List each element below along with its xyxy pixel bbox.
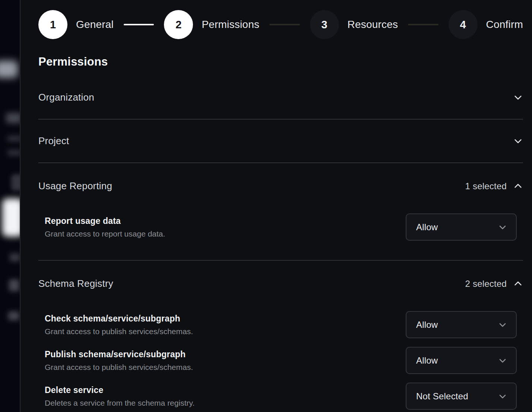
- select-value: Allow: [416, 320, 438, 330]
- section-usage-reporting-body: Report usage data Grant access to report…: [38, 213, 523, 261]
- step-general-label: General: [76, 19, 114, 31]
- delete-service-select[interactable]: Not Selected: [406, 383, 517, 410]
- step-confirm-number: 4: [449, 10, 478, 39]
- permission-row-publish-schema: Publish schema/service/subgraph Grant ac…: [38, 347, 523, 374]
- sidebar-blur-blob: [0, 61, 18, 78]
- chevron-down-icon: [498, 356, 507, 365]
- permission-title: Report usage data: [45, 216, 165, 226]
- select-value: Allow: [416, 222, 438, 232]
- section-organization[interactable]: Organization: [38, 76, 523, 120]
- sidebar-blur-selected-item: [2, 199, 20, 237]
- step-confirm-label: Confirm: [486, 19, 523, 31]
- section-usage-reporting-summary: 1 selected: [465, 181, 523, 191]
- chevron-down-icon: [498, 320, 507, 329]
- permission-sections: Organization Project Usage Reporting 1 s…: [38, 76, 523, 410]
- step-confirm[interactable]: 4 Confirm: [449, 10, 523, 39]
- select-value: Not Selected: [416, 391, 468, 402]
- wizard-panel: 1 General 2 Permissions 3 Resources 4 Co…: [21, 0, 532, 412]
- report-usage-data-select[interactable]: Allow: [406, 213, 517, 241]
- chevron-up-icon: [513, 181, 523, 191]
- chevron-down-icon: [498, 223, 507, 232]
- section-schema-registry-body: Check schema/service/subgraph Grant acce…: [38, 311, 523, 410]
- section-schema-registry-title: Schema Registry: [38, 278, 113, 289]
- step-permissions[interactable]: 2 Permissions: [164, 10, 259, 39]
- sidebar-blur-blob: [6, 113, 20, 123]
- step-permissions-number: 2: [164, 10, 193, 39]
- sidebar-blur-icon: [11, 174, 20, 191]
- permissions-wizard-page: { "stepper": { "steps": [ { "number": "1…: [0, 0, 532, 412]
- permission-text: Check schema/service/subgraph Grant acce…: [45, 313, 193, 336]
- permission-title: Delete service: [45, 385, 194, 395]
- section-schema-registry-summary: 2 selected: [465, 279, 523, 289]
- sidebar-blur-blob: [8, 311, 19, 320]
- step-permissions-label: Permissions: [202, 19, 259, 31]
- publish-schema-select[interactable]: Allow: [406, 347, 517, 374]
- sidebar-blur-blob: [10, 253, 20, 262]
- chevron-up-icon: [513, 279, 523, 289]
- sidebar-blur-blob: [7, 136, 20, 142]
- section-usage-reporting[interactable]: Usage Reporting 1 selected: [38, 163, 523, 201]
- step-general[interactable]: 1 General: [38, 10, 114, 39]
- step-general-number: 1: [38, 10, 67, 39]
- step-connector: [124, 24, 154, 25]
- section-project[interactable]: Project: [38, 120, 523, 163]
- background-sidebar: [0, 0, 20, 412]
- permission-row-report-usage-data: Report usage data Grant access to report…: [38, 213, 523, 241]
- page-title: Permissions: [38, 55, 523, 69]
- permission-description: Grant access to report usage data.: [45, 229, 165, 238]
- step-connector: [408, 24, 438, 25]
- chevron-down-icon: [513, 92, 523, 102]
- section-schema-registry[interactable]: Schema Registry 2 selected: [38, 261, 523, 298]
- select-value: Allow: [416, 355, 438, 366]
- permission-description: Deletes a service from the schema regist…: [45, 398, 194, 408]
- permission-title: Publish schema/service/subgraph: [45, 349, 193, 359]
- selected-count: 1 selected: [465, 181, 507, 191]
- section-usage-reporting-title: Usage Reporting: [38, 180, 112, 192]
- permission-row-check-schema: Check schema/service/subgraph Grant acce…: [38, 311, 523, 338]
- permission-text: Report usage data Grant access to report…: [45, 216, 165, 238]
- permission-text: Delete service Deletes a service from th…: [45, 385, 194, 408]
- sidebar-blur-blob: [9, 279, 19, 291]
- check-schema-select[interactable]: Allow: [406, 311, 517, 338]
- step-connector: [269, 24, 300, 25]
- step-resources-number: 3: [310, 10, 339, 39]
- sidebar-blur-blob: [7, 150, 20, 156]
- selected-count: 2 selected: [465, 279, 507, 289]
- step-resources-label: Resources: [348, 19, 398, 31]
- permission-description: Grant access to publish services/schemas…: [45, 362, 193, 372]
- chevron-down-icon: [513, 136, 523, 146]
- permission-title: Check schema/service/subgraph: [45, 313, 193, 324]
- wizard-stepper: 1 General 2 Permissions 3 Resources 4 Co…: [38, 10, 523, 39]
- section-project-title: Project: [38, 135, 69, 147]
- chevron-down-icon: [498, 392, 507, 401]
- section-organization-title: Organization: [38, 92, 94, 103]
- step-resources[interactable]: 3 Resources: [310, 10, 398, 39]
- permission-description: Grant access to publish services/schemas…: [45, 327, 193, 336]
- permission-text: Publish schema/service/subgraph Grant ac…: [45, 349, 193, 372]
- permission-row-delete-service: Delete service Deletes a service from th…: [38, 383, 523, 410]
